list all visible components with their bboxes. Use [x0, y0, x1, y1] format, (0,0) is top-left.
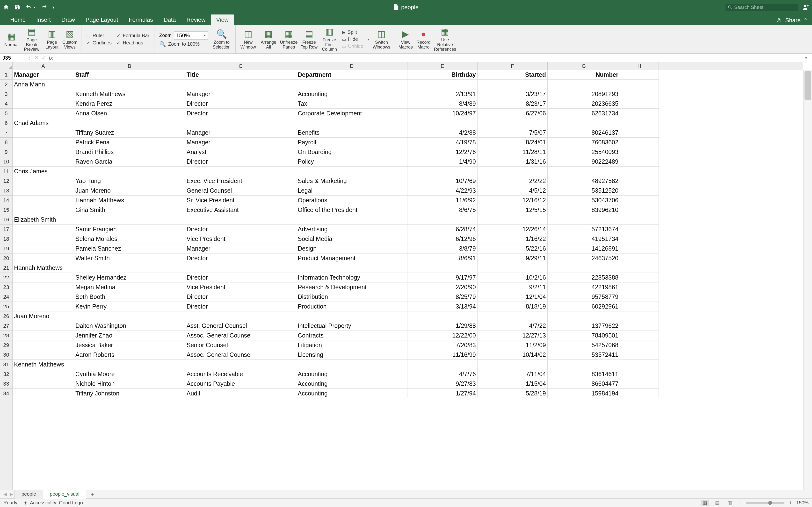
cell[interactable]: Tiffany Johnston	[74, 389, 185, 398]
row-header[interactable]: 33	[0, 379, 12, 389]
cell[interactable]: 10/7/69	[407, 176, 477, 186]
cell[interactable]: Patrick Pena	[74, 137, 185, 147]
cell[interactable]	[620, 244, 659, 253]
cell[interactable]: 86604477	[548, 379, 620, 389]
cell[interactable]	[620, 360, 659, 370]
cell[interactable]: 60292961	[548, 302, 620, 312]
cell[interactable]: Senior Counsel	[185, 340, 296, 350]
cell[interactable]	[620, 225, 659, 234]
cell[interactable]: 57213674	[548, 225, 620, 234]
cell[interactable]: Birthday	[407, 70, 477, 80]
cell[interactable]: Manager	[185, 128, 296, 137]
cell[interactable]: Vice President	[185, 282, 296, 292]
cell[interactable]	[620, 273, 659, 282]
cell[interactable]	[407, 118, 477, 128]
cell[interactable]	[620, 215, 659, 225]
search-input[interactable]	[734, 5, 796, 10]
undo-icon[interactable]	[26, 4, 32, 10]
cell[interactable]: 6/27/06	[477, 109, 548, 118]
ribbon-tab-insert[interactable]: Insert	[31, 14, 56, 25]
zoom-to-100-button[interactable]: 🔍 Zoom to 100%	[159, 41, 208, 47]
cell[interactable]: Number	[548, 70, 620, 80]
row-header[interactable]: 9	[0, 147, 12, 157]
cell[interactable]: Accounting	[296, 89, 407, 99]
cell[interactable]: 10/14/02	[477, 350, 548, 360]
ribbon-tab-page-layout[interactable]: Page Layout	[80, 14, 123, 25]
cell[interactable]: Office of the President	[296, 205, 407, 215]
cell[interactable]: 9/17/97	[407, 273, 477, 282]
cell[interactable]: 41951734	[548, 234, 620, 244]
page-layout-view-icon[interactable]: ▤	[713, 500, 721, 506]
cell[interactable]	[620, 253, 659, 263]
cell[interactable]: Legal	[296, 186, 407, 195]
row-header[interactable]: 26	[0, 312, 12, 321]
row-header[interactable]: 21	[0, 263, 12, 273]
cell[interactable]: 42219861	[548, 282, 620, 292]
cell[interactable]: Chris James	[12, 167, 74, 176]
cell[interactable]: 6/28/74	[407, 225, 477, 234]
add-sheet-button[interactable]: ＋	[86, 490, 98, 499]
cell[interactable]	[548, 360, 620, 370]
cell[interactable]: Design	[296, 244, 407, 253]
cell[interactable]	[185, 263, 296, 273]
cell[interactable]: Operations	[296, 195, 407, 205]
cell[interactable]: 2/2/22	[477, 176, 548, 186]
cell[interactable]: General Counsel	[185, 186, 296, 195]
cell[interactable]: Benefits	[296, 128, 407, 137]
cell[interactable]	[74, 118, 185, 128]
cell[interactable]: Analyst	[185, 147, 296, 157]
cell[interactable]: 2/13/91	[407, 89, 477, 99]
cell[interactable]: 1/15/04	[477, 379, 548, 389]
cell[interactable]: Distribution	[296, 292, 407, 302]
cell[interactable]: Policy	[296, 157, 407, 167]
horizontal-scrollbar[interactable]	[568, 492, 810, 497]
cell[interactable]: 3/13/94	[407, 302, 477, 312]
row-header[interactable]: 25	[0, 302, 12, 312]
cell[interactable]: 3/8/79	[407, 244, 477, 253]
cell[interactable]: 20236635	[548, 99, 620, 109]
row-header[interactable]: 16	[0, 215, 12, 225]
cell[interactable]	[185, 167, 296, 176]
cell[interactable]: 12/22/00	[407, 331, 477, 340]
cell[interactable]	[12, 292, 74, 302]
cell[interactable]	[620, 186, 659, 195]
cell[interactable]: Manager	[185, 244, 296, 253]
cell[interactable]: Information Technology	[296, 273, 407, 282]
cell[interactable]: 54257068	[548, 340, 620, 350]
cell[interactable]: Shelley Hernandez	[74, 273, 185, 282]
cell[interactable]: Research & Development	[296, 282, 407, 292]
collapse-ribbon-icon[interactable]: ⌃	[804, 17, 808, 23]
cell[interactable]: Manager	[185, 89, 296, 99]
grid[interactable]: ManagerStaffTitleDepartmentBirthdayStart…	[12, 70, 803, 490]
cell[interactable]	[12, 147, 74, 157]
home-icon[interactable]	[3, 4, 9, 10]
cell[interactable]: 15984194	[548, 389, 620, 398]
cell[interactable]	[12, 302, 74, 312]
cell[interactable]	[12, 128, 74, 137]
name-box[interactable]: J35 ▴▾	[0, 54, 32, 62]
row-header[interactable]: 32	[0, 370, 12, 379]
cell[interactable]: Director	[185, 109, 296, 118]
cell[interactable]	[620, 389, 659, 398]
row-header[interactable]: 11	[0, 167, 12, 176]
cell[interactable]	[74, 312, 185, 321]
cell[interactable]: Staff	[74, 70, 185, 80]
switch-windows-button[interactable]: ◫Switch Windows	[372, 26, 391, 52]
cell[interactable]: 7/5/07	[477, 128, 548, 137]
cell[interactable]: Sales & Marketing	[296, 176, 407, 186]
cell[interactable]: Kendra Perez	[74, 99, 185, 109]
row-header[interactable]: 22	[0, 273, 12, 282]
ribbon-tab-formulas[interactable]: Formulas	[123, 14, 158, 25]
cell[interactable]: 11/16/99	[407, 350, 477, 360]
sheet-nav-next-icon[interactable]: ▶	[8, 492, 14, 497]
cell[interactable]	[12, 350, 74, 360]
cell[interactable]	[12, 99, 74, 109]
cell[interactable]: Assoc. General Counsel	[185, 350, 296, 360]
cell[interactable]: Hannah Matthews	[74, 195, 185, 205]
cell[interactable]: 8/6/91	[407, 253, 477, 263]
split-button[interactable]: ⊞Split	[342, 30, 363, 35]
cell[interactable]: Samir Frangieh	[74, 225, 185, 234]
cell[interactable]: Contracts	[296, 331, 407, 340]
cell[interactable]: 11/2/09	[477, 340, 548, 350]
cell[interactable]: 62631734	[548, 109, 620, 118]
